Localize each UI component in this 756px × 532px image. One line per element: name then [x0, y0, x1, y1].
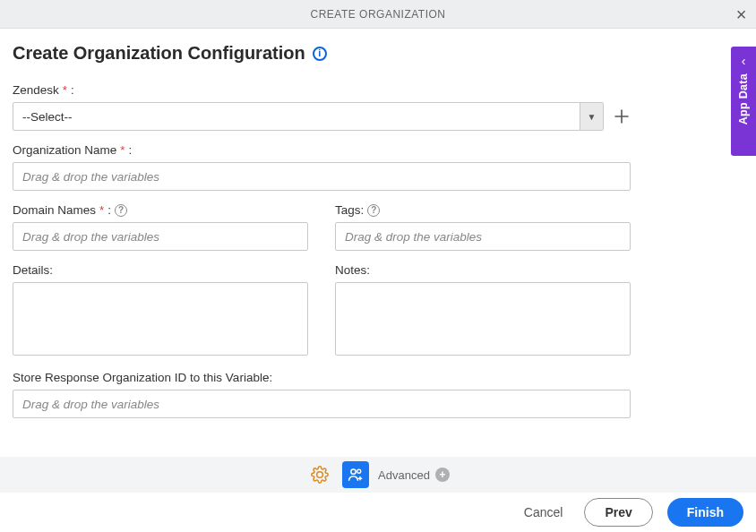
row-details-notes: Details: Notes: [13, 263, 631, 371]
details-textarea[interactable] [13, 282, 308, 356]
required-marker: * [120, 143, 125, 157]
settings-button[interactable] [306, 461, 333, 488]
field-domain-names: Domain Names *: ? [13, 203, 308, 251]
cancel-button[interactable]: Cancel [517, 498, 571, 527]
app-data-tab[interactable]: ‹ App Data [731, 47, 756, 156]
advanced-button[interactable]: Advanced + [378, 468, 450, 482]
gear-icon [311, 466, 329, 484]
tags-input[interactable] [335, 222, 631, 251]
row-domain-tags: Domain Names *: ? Tags: ? [13, 203, 631, 263]
field-tags: Tags: ? [335, 203, 631, 251]
store-response-label: Store Response Organization ID to this V… [13, 371, 631, 384]
field-zendesk: Zendesk *: --Select-- ▼ [13, 83, 631, 131]
advanced-label: Advanced [378, 468, 430, 482]
org-name-input[interactable] [13, 162, 631, 191]
dialog-header: CREATE ORGANIZATION × [0, 0, 756, 29]
plus-circle-icon: + [435, 468, 450, 482]
finish-button[interactable]: Finish [667, 498, 743, 527]
notes-label: Notes: [335, 263, 631, 277]
help-icon[interactable]: ? [367, 204, 380, 217]
field-org-name: Organization Name *: [13, 143, 631, 191]
close-icon[interactable]: × [736, 5, 747, 23]
zendesk-select-value: --Select-- [13, 110, 580, 124]
content-area: Create Organization Configuration i Zend… [0, 29, 756, 418]
required-marker: * [99, 203, 104, 217]
svg-point-1 [357, 469, 361, 473]
tags-label: Tags: ? [335, 203, 631, 217]
users-plus-icon [347, 466, 365, 484]
field-notes: Notes: [335, 263, 631, 358]
chevron-down-icon: ▼ [580, 103, 603, 130]
details-label: Details: [13, 263, 308, 277]
info-icon[interactable]: i [313, 47, 327, 61]
add-zendesk-button[interactable] [613, 107, 631, 125]
user-group-button[interactable] [342, 461, 369, 488]
required-marker: * [63, 83, 67, 97]
svg-point-0 [351, 469, 356, 474]
prev-button[interactable]: Prev [584, 498, 652, 527]
store-response-input[interactable] [13, 390, 631, 418]
dialog-title: CREATE ORGANIZATION [310, 8, 445, 21]
footer: Cancel Prev Finish [0, 493, 756, 532]
domain-names-label: Domain Names *: ? [13, 203, 308, 217]
help-icon[interactable]: ? [115, 204, 127, 217]
field-details: Details: [13, 263, 308, 358]
app-data-label: App Data [737, 73, 750, 124]
zendesk-label: Zendesk *: [13, 83, 631, 97]
org-name-label: Organization Name *: [13, 143, 631, 157]
page-title: Create Organization Configuration [13, 43, 305, 64]
plus-icon [614, 108, 630, 124]
field-store-response: Store Response Organization ID to this V… [13, 371, 631, 418]
zendesk-select[interactable]: --Select-- ▼ [13, 102, 604, 131]
notes-textarea[interactable] [335, 282, 631, 356]
domain-names-input[interactable] [13, 222, 308, 251]
page-title-row: Create Organization Configuration i [13, 43, 743, 64]
chevron-left-icon: ‹ [742, 54, 746, 68]
step-toolbar: Advanced + [0, 457, 756, 493]
